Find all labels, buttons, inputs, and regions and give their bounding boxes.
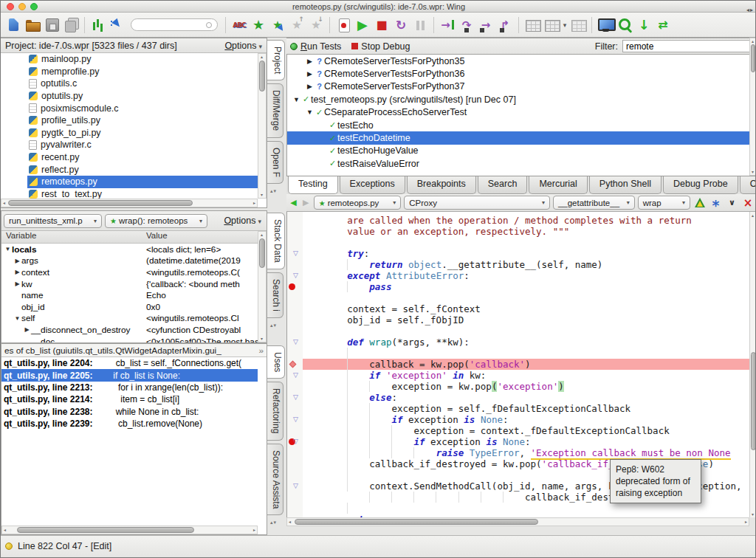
uses-result-row[interactable]: qt_utils.py, line 2213: for i in xrange(… [1,382,258,393]
code-line[interactable] [303,326,749,337]
stack-variable-row[interactable]: __doc__<0x1005caf00>The most base type [1,336,258,342]
project-file-row[interactable]: rest_to_text.py [1,188,258,199]
stack-variable-row[interactable]: ▶context<wingutils.remoteops.C( [1,266,258,278]
step-over-icon[interactable]: ↷ [457,16,476,35]
side-tab-diff-merge[interactable]: Diff/Merge [267,83,284,137]
tab-exceptions[interactable]: Exceptions [340,176,405,194]
editor-horizontal-scrollbar[interactable]: ◂▸ [286,517,749,526]
pause-icon[interactable] [410,16,430,35]
project-file-row[interactable]: optutils.c [1,78,258,90]
uses-more-indicator[interactable]: » [258,345,264,356]
project-options-button[interactable]: Options [224,41,262,51]
expander-icon[interactable]: ▶ [305,70,315,78]
select-cursor-icon[interactable] [108,16,127,35]
stack-variable-row[interactable]: ▼locals<locals dict; len=6> [1,244,258,255]
download-icon[interactable]: ↓ [634,16,653,35]
class-selector-dropdown[interactable]: CProxy▾ [404,196,550,210]
code-line[interactable]: def wrap(*args, **kw): [303,337,749,348]
side-tab-project[interactable]: Project [267,40,285,80]
side-tab-refactoring[interactable]: Refactoring [267,382,284,440]
toolbar-search-input[interactable] [137,20,205,30]
uses-horizontal-scrollbar[interactable]: ◂▸ [1,526,258,534]
tab-os-c[interactable]: OS C [740,176,756,194]
expander-icon[interactable]: ▼ [292,96,301,103]
uses-result-row[interactable]: qt_utils.py, line 2238: while None in cb… [1,406,258,418]
stack-vertical-scrollbar[interactable]: ▴▾ [258,231,267,342]
code-line[interactable]: else: [303,392,749,403]
stack-variable-row[interactable]: ▼self<wingutils.remoteops.Cl [1,313,258,325]
test-tree-row[interactable]: ✓testEchoHugeValue [287,145,749,157]
code-line[interactable]: exception = kw.pop('exception') [303,381,749,392]
stack-variable-row[interactable]: ▶__disconnect_on_destroy<cyfunction CDes… [1,324,258,336]
side-tab-uses[interactable]: Uses [267,345,285,379]
stack-variable-row[interactable]: ▶args(datetime.datetime(2019 [1,255,258,267]
vcs-menu-arrow-icon[interactable]: ▾ [561,16,568,35]
expander-icon[interactable]: ▶ [13,269,21,275]
stack-frame-scope-dropdown[interactable]: wrap(): remoteops▾ [105,214,207,228]
stack-variable-row[interactable]: nameEcho [1,289,258,301]
run-tests-button[interactable]: Run Tests [300,41,341,52]
project-file-row[interactable]: pyvalwriter.c [1,139,258,151]
stop-debug-button[interactable]: Stop Debug [361,41,410,52]
expander-icon[interactable]: ▶ [13,258,21,264]
test-tree-row[interactable]: ▼✓test_remoteops.py (src/wingutils/test)… [287,93,749,106]
code-line[interactable]: except AttributeError: [303,270,749,281]
bookmark-next-icon[interactable]: ★ [306,16,326,35]
project-file-row[interactable]: pygtk_to_pi.py [1,127,258,140]
project-horizontal-scrollbar[interactable]: ◂▸ [1,199,258,207]
project-vertical-scrollbar[interactable]: ▴▾ [258,53,267,199]
code-line[interactable]: return object.__getattribute__(self, nam… [303,259,749,270]
side-tab-search-i[interactable]: Search i [267,272,284,318]
tab-mercurial[interactable]: Mercurial [529,176,587,194]
vcs-commit-icon[interactable]: ↑ [523,16,542,35]
vcs-status-icon[interactable]: ◆ [542,16,561,35]
fold-marker-icon[interactable]: ▽ [293,482,298,489]
test-tree-row[interactable]: ▼✓CSeparateProcessEchoServerTest [287,106,749,119]
side-tab-open-f[interactable]: Open F [267,141,284,184]
toolbar-search-box[interactable] [131,18,218,31]
file-selector-dropdown[interactable]: remoteops.py▾ [314,196,402,210]
step-out-icon[interactable]: → [476,16,495,35]
test-tree-row[interactable]: ▶?CRemoteServerTestsForPython36 [287,67,749,80]
uses-result-row[interactable]: qt_utils.py, line 2205: if cb_list is No… [1,369,258,381]
test-filter-input[interactable] [622,40,752,52]
current-code-line[interactable]: callback = kw.pop('callback') [303,359,749,370]
debug-file-icon[interactable] [334,16,353,35]
tab-python-shell[interactable]: Python Shell [589,176,662,194]
code-line[interactable] [303,348,749,359]
code-line[interactable] [303,237,749,248]
code-line[interactable]: value or an exception, respectively. """ [303,226,749,237]
run-icon[interactable]: ▶ [353,16,372,35]
project-file-row[interactable]: remoteops.py [1,176,258,188]
stop-icon[interactable]: ■ [372,16,391,35]
profiler-icon[interactable] [89,16,108,35]
code-line[interactable]: are called when the operation / method c… [303,215,749,226]
test-tree-row[interactable]: ✓testEcho [287,119,749,131]
test-tree-row[interactable]: ✓testRaiseValueError [287,157,749,170]
project-file-row[interactable]: profile_utils.py [1,114,258,127]
remote-display-icon[interactable] [596,16,615,35]
navigate-forward-icon[interactable]: ▶ [301,198,311,207]
restart-icon[interactable]: ↻ [391,16,410,35]
new-file-icon[interactable] [4,16,23,35]
code-line[interactable]: context = self._fContext [303,303,749,314]
chevron-down-icon[interactable]: ∨ [725,198,738,207]
code-line[interactable] [303,503,749,514]
project-file-row[interactable]: posixmiscmodule.c [1,102,258,114]
code-line[interactable]: exception = context._fDefaultExceptionCa… [303,425,749,436]
side-tab-source-assista[interactable]: Source Assista [267,444,284,515]
fold-marker-icon[interactable]: ▽ [293,393,298,401]
expander-icon[interactable]: ▶ [13,280,21,287]
fold-marker-icon[interactable]: ▽ [293,438,298,445]
vcs-update-icon[interactable]: ↓ [568,16,588,35]
tab-breakpoints[interactable]: Breakpoints [407,176,476,194]
fold-marker-icon[interactable]: ▽ [293,272,298,279]
code-line[interactable]: if 'exception' in kw: [303,370,749,381]
testing-vertical-scrollbar[interactable]: ▴▾ [749,38,756,176]
fold-marker-icon[interactable]: ▽ [293,249,298,257]
test-tree-row[interactable]: ▶?CRemoteServerTestsForPython37 [287,80,749,93]
project-file-row[interactable]: recent.py [1,151,258,164]
stack-frame-file-dropdown[interactable]: run_unittests_xml.p▾ [4,214,102,228]
test-tree-row[interactable]: ▶?CRemoteServerTestsForPython35 [287,55,749,67]
test-tree-row[interactable]: ✓testEchoDatetime [287,131,749,144]
